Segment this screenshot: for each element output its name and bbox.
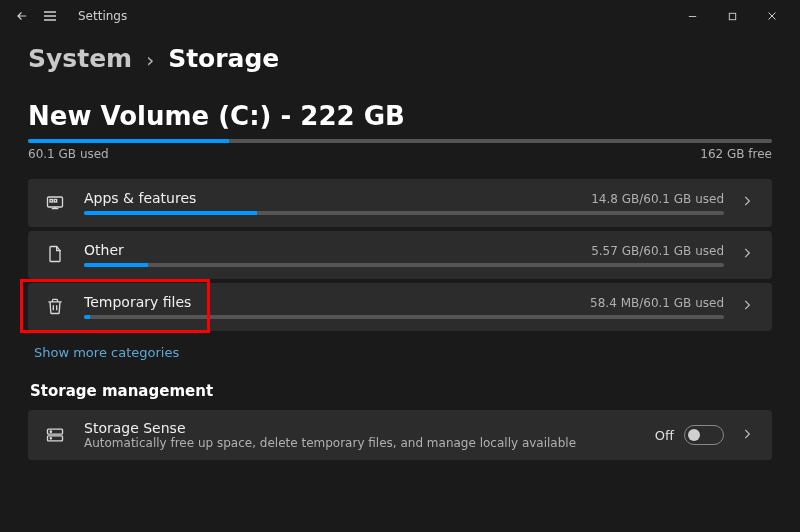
svg-point-6 [50,431,51,432]
breadcrumb-parent[interactable]: System [28,44,132,73]
storage-sense-toggle[interactable] [684,425,724,445]
storage-management-heading: Storage management [30,382,772,400]
drive-usage-bar [28,139,772,143]
minimize-button[interactable] [672,2,712,30]
close-button[interactable] [752,2,792,30]
chevron-icon [740,297,754,316]
menu-button[interactable] [36,2,64,30]
trash-icon [42,293,68,319]
category-row-temporary-files[interactable]: Temporary files58.4 MB/60.1 GB used [28,283,772,331]
window-title: Settings [78,9,127,23]
svg-rect-2 [50,200,53,203]
category-usage: 58.4 MB/60.1 GB used [590,296,724,310]
show-more-link[interactable]: Show more categories [34,345,772,360]
breadcrumb-current: Storage [168,44,279,73]
storage-sense-title: Storage Sense [84,420,639,436]
category-name: Other [84,242,124,258]
storage-sense-description: Automatically free up space, delete temp… [84,436,639,450]
category-usage: 5.57 GB/60.1 GB used [591,244,724,258]
drive-icon [42,422,68,448]
drive-used-label: 60.1 GB used [28,147,109,161]
file-icon [42,241,68,267]
back-button[interactable] [8,2,36,30]
apps-icon [42,189,68,215]
chevron-icon [740,426,754,445]
category-row-apps-features[interactable]: Apps & features14.8 GB/60.1 GB used [28,179,772,227]
storage-sense-toggle-label: Off [655,428,674,443]
category-bar [84,315,724,319]
drive-free-label: 162 GB free [700,147,772,161]
drive-title: New Volume (C:) - 222 GB [28,101,772,131]
category-usage: 14.8 GB/60.1 GB used [591,192,724,206]
category-name: Temporary files [84,294,191,310]
category-bar [84,263,724,267]
breadcrumb: System › Storage [28,44,772,73]
category-bar [84,211,724,215]
category-name: Apps & features [84,190,196,206]
maximize-button[interactable] [712,2,752,30]
category-row-other[interactable]: Other5.57 GB/60.1 GB used [28,231,772,279]
breadcrumb-separator: › [146,48,154,72]
svg-rect-0 [729,13,735,19]
svg-rect-3 [54,200,57,203]
svg-point-7 [50,438,51,439]
chevron-icon [740,245,754,264]
chevron-icon [740,193,754,212]
storage-sense-row[interactable]: Storage Sense Automatically free up spac… [28,410,772,460]
